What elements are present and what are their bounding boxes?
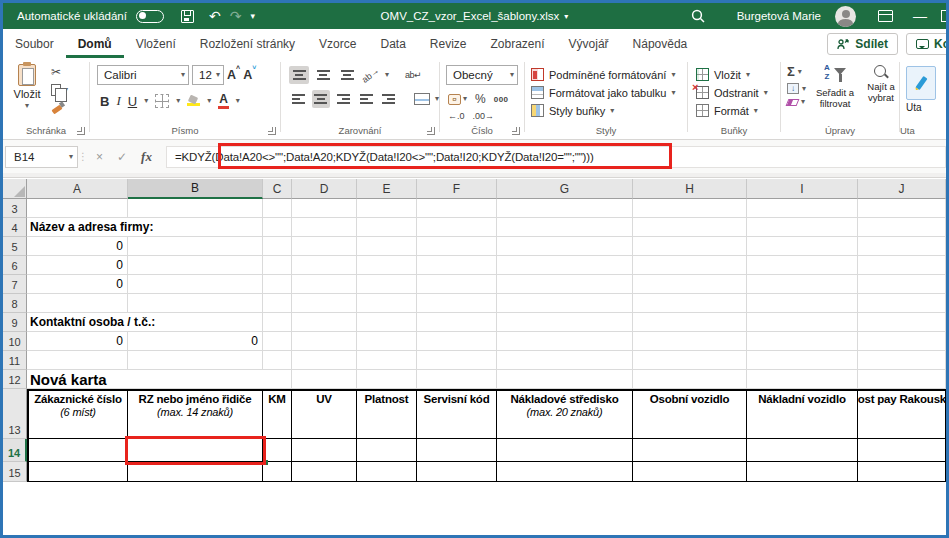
cell-E5[interactable] — [357, 237, 417, 256]
format-painter-icon[interactable] — [51, 101, 64, 114]
wrap-text-button[interactable]: ab↵ — [403, 66, 423, 84]
cell-I15[interactable] — [747, 462, 858, 482]
cell-J7[interactable] — [858, 275, 946, 294]
row-header-4[interactable]: 4 — [3, 218, 27, 237]
row-header-3[interactable]: 3 — [3, 199, 27, 218]
underline-button[interactable]: U — [128, 94, 137, 109]
column-header-J[interactable]: J — [858, 179, 946, 199]
cell-D11[interactable] — [292, 351, 357, 370]
select-all-corner[interactable] — [3, 179, 27, 199]
cell-A9[interactable]: Kontaktní osoba / t.č.: — [27, 313, 263, 332]
underline-caret-icon[interactable]: ▾ — [144, 97, 148, 105]
table-header-D13[interactable]: UV — [292, 389, 357, 439]
accounting-caret-icon[interactable]: ▾ — [463, 95, 467, 103]
undo-icon[interactable]: ↶ — [209, 9, 221, 23]
cell-E9[interactable] — [357, 313, 417, 332]
cell-I6[interactable] — [747, 256, 858, 275]
minimize-icon[interactable]: — — [913, 9, 927, 23]
cell-I14[interactable] — [747, 439, 858, 462]
font-color-caret-icon[interactable]: ▾ — [236, 97, 240, 105]
cut-icon[interactable]: ✂ — [51, 65, 61, 79]
row-header-9[interactable]: 9 — [3, 313, 27, 332]
cell-A8[interactable] — [27, 294, 128, 313]
shrink-font-button[interactable]: A˅ — [243, 68, 256, 82]
cell-D3[interactable] — [292, 199, 357, 218]
table-header-C13[interactable]: KM — [263, 389, 292, 439]
merge-caret-icon[interactable]: ▾ — [435, 95, 439, 103]
tab-vlozeni[interactable]: Vložení — [124, 29, 188, 58]
font-dialog-launcher-icon[interactable] — [268, 127, 276, 135]
align-left-button[interactable] — [289, 90, 308, 108]
cell-styles-button[interactable]: Styly buňky▾ — [531, 104, 687, 117]
cell-F3[interactable] — [417, 199, 497, 218]
table-header-F13[interactable]: Servisní kód — [417, 389, 497, 439]
confirm-entry-icon[interactable]: ✓ — [117, 150, 127, 164]
cell-D6[interactable] — [292, 256, 357, 275]
formula-bar-splitter[interactable]: ⋮ — [78, 151, 88, 162]
cell-A3[interactable] — [27, 199, 128, 218]
align-middle-button[interactable] — [313, 66, 333, 84]
format-cells-button[interactable]: Formát▾ — [696, 104, 780, 117]
cell-A10[interactable]: 0 — [27, 332, 128, 351]
cell-E12[interactable] — [357, 370, 417, 389]
sensitivity-button[interactable] — [906, 66, 936, 100]
cell-F9[interactable] — [417, 313, 497, 332]
row-header-15[interactable]: 15 — [3, 462, 27, 482]
column-header-G[interactable]: G — [497, 179, 633, 199]
cell-J6[interactable] — [858, 256, 946, 275]
table-header-B13[interactable]: RZ nebo jméno řidiče(max. 14 znaků) — [128, 389, 263, 439]
cell-B5[interactable] — [128, 237, 263, 256]
cell-B10[interactable]: 0 — [128, 332, 263, 351]
orientation-button[interactable]: ab→ — [361, 66, 381, 84]
cell-F14[interactable] — [417, 439, 497, 462]
decrease-indent-button[interactable] — [357, 90, 376, 108]
cell-F15[interactable] — [417, 462, 497, 482]
cell-C10[interactable] — [263, 332, 292, 351]
cell-H15[interactable] — [633, 462, 747, 482]
align-right-button[interactable] — [334, 90, 353, 108]
clipboard-dialog-launcher-icon[interactable] — [77, 127, 85, 135]
row-header-14[interactable]: 14 — [3, 439, 27, 462]
cell-B15[interactable] — [128, 462, 263, 482]
align-bottom-button[interactable] — [337, 66, 357, 84]
table-header-J13[interactable]: Post pay Rakousko — [858, 389, 946, 439]
autosum-icon[interactable]: Σ — [787, 64, 795, 79]
cell-I9[interactable] — [747, 313, 858, 332]
cell-I7[interactable] — [747, 275, 858, 294]
search-icon[interactable] — [691, 9, 705, 23]
cell-B11[interactable] — [128, 351, 263, 370]
italic-button[interactable]: I — [116, 93, 120, 109]
column-header-E[interactable]: E — [357, 179, 417, 199]
quick-access-caret-icon[interactable]: ▾ — [250, 12, 255, 21]
cell-A12[interactable]: Nová karta — [27, 370, 292, 389]
cell-H11[interactable] — [633, 351, 747, 370]
cell-A4[interactable]: Název a adresa firmy: — [27, 218, 263, 237]
cell-B14[interactable] — [128, 439, 263, 462]
row-header-5[interactable]: 5 — [3, 237, 27, 256]
conditional-formatting-button[interactable]: Podmíněné formátování▾ — [531, 68, 687, 81]
avatar[interactable] — [835, 6, 856, 27]
comma-style-button[interactable]: 000 — [494, 95, 509, 104]
cell-J11[interactable] — [858, 351, 946, 370]
share-button[interactable]: Sdílet — [827, 33, 898, 55]
ribbon-display-options-icon[interactable] — [878, 10, 893, 22]
number-dialog-launcher-icon[interactable] — [512, 127, 520, 135]
comments-button[interactable]: Ko — [906, 33, 949, 55]
cell-C14[interactable] — [263, 439, 292, 462]
fill-caret-icon[interactable]: ▾ — [207, 97, 211, 105]
cell-G9[interactable] — [497, 313, 633, 332]
tab-domu[interactable]: Domů — [66, 29, 124, 58]
cell-H6[interactable] — [633, 256, 747, 275]
bold-button[interactable]: B — [100, 94, 109, 109]
borders-caret-icon[interactable]: ▾ — [176, 97, 180, 105]
paste-button[interactable]: Vložit ▾ — [9, 64, 45, 122]
cell-F7[interactable] — [417, 275, 497, 294]
cell-G14[interactable] — [497, 439, 633, 462]
cell-I10[interactable] — [747, 332, 858, 351]
row-header-12[interactable]: 12 — [3, 370, 27, 389]
cell-G3[interactable] — [497, 199, 633, 218]
cell-D15[interactable] — [292, 462, 357, 482]
cell-J4[interactable] — [858, 218, 946, 237]
formula-input[interactable]: =KDYŽ(Data!A20<>"";Data!A20;KDYŽ(Data!I2… — [166, 146, 946, 168]
cell-A11[interactable] — [27, 351, 128, 370]
